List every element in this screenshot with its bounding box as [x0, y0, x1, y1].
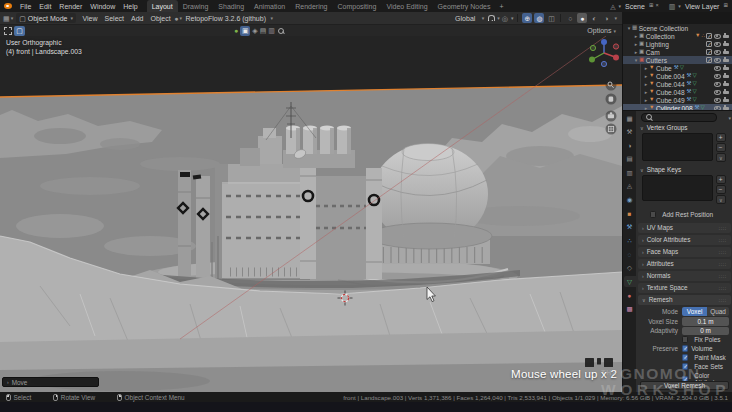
workspace-tab-drawing[interactable]: Drawing	[178, 0, 214, 12]
mesh-data-icon[interactable]: ▽	[693, 97, 697, 103]
shape-keys-list[interactable]	[642, 175, 713, 201]
tool-color-icon[interactable]: ●	[234, 27, 238, 34]
section-attributes[interactable]: › Attributes ∷∷	[638, 259, 731, 269]
mode-quad-button[interactable]: Quad	[707, 307, 729, 316]
shading-solid-button[interactable]: ●	[577, 13, 587, 23]
shading-material-button[interactable]: ◐	[589, 13, 599, 23]
modifier-icon[interactable]: ⚒	[687, 81, 692, 87]
viewport-options-dropdown[interactable]: Options ▾	[587, 27, 620, 34]
properties-search-input[interactable]	[641, 113, 717, 122]
vertex-group-add-button[interactable]: +	[716, 133, 726, 142]
hide-eye-icon[interactable]	[713, 65, 721, 72]
outliner-row-cube-044[interactable]: ▸ ▼ Cube.044 ⚒▽	[623, 80, 732, 88]
section-face-maps[interactable]: › Face Maps ∷∷	[638, 247, 731, 257]
fix-poles-checkbox[interactable]	[682, 336, 688, 342]
unlink-scene-icon[interactable]: ×	[656, 3, 659, 9]
last-operator-panel[interactable]: › Move	[2, 377, 99, 387]
tab-constraints[interactable]: ◇	[624, 263, 636, 274]
viewport-3d-scene[interactable]	[0, 36, 622, 392]
tool-layers-icon[interactable]: ▥	[268, 27, 275, 34]
vertex-groups-list[interactable]	[642, 133, 713, 161]
tab-texture[interactable]: ▩	[624, 303, 636, 314]
paint-mask-checkbox[interactable]	[682, 354, 688, 360]
outliner-row-cube-048[interactable]: ▸ ▼ Cube.048 ⚒▽	[623, 88, 732, 96]
tab-render[interactable]: ◑	[624, 140, 636, 151]
workspace-tab-rendering[interactable]: Rendering	[290, 0, 332, 12]
preserve-volume-checkbox[interactable]	[682, 345, 688, 351]
shape-keys-panel-header[interactable]: ∨ Shape Keys	[640, 166, 681, 173]
tab-view-layer[interactable]: ▥	[624, 167, 636, 178]
properties-search-caret-icon[interactable]: ▾	[728, 115, 731, 121]
collection-checkbox[interactable]	[706, 41, 712, 47]
hide-eye-icon[interactable]	[713, 81, 721, 88]
camera-view-button[interactable]	[606, 111, 617, 122]
menu-help[interactable]: Help	[119, 3, 141, 10]
show-gizmo-toggle[interactable]: ⊕	[522, 13, 532, 23]
section-uv-maps[interactable]: › UV Maps ∷∷	[638, 223, 731, 233]
disable-render-icon[interactable]	[722, 97, 730, 104]
vertex-group-remove-button[interactable]: −	[716, 143, 726, 152]
editor-type-icon[interactable]: ▦	[3, 15, 10, 22]
outliner-row-scene-collection[interactable]: ▾ ▦ Scene Collection	[623, 24, 732, 32]
show-overlays-toggle[interactable]: ◍	[534, 13, 544, 23]
menu-edit[interactable]: Edit	[35, 3, 55, 10]
vertex-group-specials-button[interactable]: ∨	[716, 153, 726, 162]
menu-window[interactable]: Window	[86, 3, 119, 10]
new-scene-icon[interactable]: ⊞	[649, 3, 654, 9]
shading-rendered-button[interactable]: ◑	[601, 13, 611, 23]
outliner-row-collection[interactable]: ▸ ▣ Collection ▼ ∴	[623, 32, 732, 40]
active-tool-icon[interactable]: ●	[174, 15, 178, 22]
add-workspace-button[interactable]: +	[495, 0, 507, 12]
zoom-view-button[interactable]	[606, 80, 617, 91]
xray-toggle[interactable]: ◫	[546, 13, 556, 23]
menu-select[interactable]: Select	[101, 15, 127, 22]
hide-eye-icon[interactable]	[713, 73, 721, 80]
workspace-tab-compositing[interactable]: Compositing	[333, 0, 382, 12]
section-remesh[interactable]: ∨ Remesh ∷∷	[638, 295, 731, 305]
tab-physics[interactable]: ◌	[624, 249, 636, 260]
mesh-data-icon[interactable]: ▽	[693, 73, 697, 79]
properties-editor-type-icon[interactable]: ▦	[624, 113, 636, 124]
mesh-data-icon[interactable]: ▽	[693, 89, 697, 95]
box-select-tool-icon[interactable]	[2, 26, 13, 36]
blender-logo-icon[interactable]	[4, 3, 12, 9]
disable-render-icon[interactable]	[722, 65, 730, 72]
hide-eye-icon[interactable]	[713, 97, 721, 104]
tab-world[interactable]: ◉	[624, 195, 636, 206]
menu-add[interactable]: Add	[127, 15, 146, 22]
modifier-icon[interactable]: ⚒	[687, 89, 692, 95]
modifier-icon[interactable]: ⚒	[687, 73, 692, 79]
hide-eye-icon[interactable]	[713, 33, 721, 40]
modifier-icon[interactable]: ⚒	[687, 97, 692, 103]
collection-checkbox[interactable]	[706, 33, 712, 39]
disable-render-icon[interactable]	[722, 33, 730, 40]
preserve-paint-mask-row[interactable]: Paint Mask	[682, 354, 726, 361]
modifier-icon[interactable]: ⚒	[674, 65, 679, 71]
tool-rows-icon[interactable]: ▤	[260, 27, 267, 34]
collection-checkbox[interactable]	[706, 57, 712, 63]
orientation-caret-icon[interactable]: ▾	[482, 15, 485, 21]
viewport-3d[interactable]: User Orthographic (4) front | Landscape.…	[0, 36, 622, 392]
snap-magnet-icon[interactable]	[486, 14, 494, 22]
workspace-tab-shading[interactable]: Shading	[213, 0, 249, 12]
tab-particles[interactable]: ∴	[624, 235, 636, 246]
hide-eye-icon[interactable]	[713, 89, 721, 96]
fix-poles-row[interactable]: Fix Poles	[682, 336, 720, 343]
hide-eye-icon[interactable]	[713, 49, 721, 56]
active-tool-toggle[interactable]: ▢	[14, 26, 25, 36]
menu-object[interactable]: Object	[147, 15, 174, 22]
menu-view[interactable]: View	[79, 15, 101, 22]
disable-render-icon[interactable]	[722, 73, 730, 80]
disable-render-icon[interactable]	[722, 89, 730, 96]
menu-render[interactable]: Render	[55, 3, 86, 10]
tool-toggle-active[interactable]: ▣	[240, 26, 250, 36]
workspace-tab-animation[interactable]: Animation	[249, 0, 290, 12]
hide-eye-icon[interactable]	[713, 57, 721, 64]
outliner-row-cutters[interactable]: ▾ ▣ Cutters	[623, 56, 732, 64]
add-rest-position-checkbox[interactable]	[650, 211, 656, 217]
hide-eye-icon[interactable]	[713, 41, 721, 48]
workspace-tab-geometry-nodes[interactable]: Geometry Nodes	[433, 0, 496, 12]
preserve-face-sets-row[interactable]: Face Sets	[682, 363, 723, 370]
voxel-size-field[interactable]: 0.1 m	[682, 317, 729, 326]
proportional-caret-icon[interactable]: ▾	[511, 15, 514, 21]
